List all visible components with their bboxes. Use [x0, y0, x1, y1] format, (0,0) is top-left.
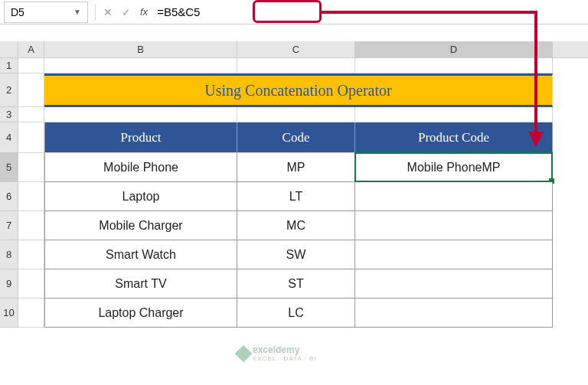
- cell-code[interactable]: LT: [237, 182, 355, 211]
- cell[interactable]: [18, 182, 44, 211]
- confirm-icon[interactable]: ✓: [117, 3, 136, 21]
- name-box[interactable]: D5 ▼: [4, 2, 88, 23]
- cell-code[interactable]: MP: [237, 153, 355, 182]
- cell[interactable]: [18, 211, 44, 240]
- fx-icon[interactable]: fx: [140, 6, 148, 18]
- sheet-title: Using Concatenation Operator: [204, 82, 391, 100]
- cell[interactable]: [18, 153, 44, 182]
- cell-result[interactable]: [355, 240, 553, 269]
- cell[interactable]: [18, 299, 44, 328]
- formula-input[interactable]: =B5&C5: [152, 2, 588, 23]
- col-header-a[interactable]: A: [18, 41, 44, 57]
- cell[interactable]: [355, 58, 553, 73]
- watermark: exceldemy EXCEL · DATA · BI: [237, 344, 317, 362]
- row-header-10[interactable]: 10: [0, 299, 18, 328]
- name-box-value: D5: [11, 6, 24, 18]
- select-all-corner[interactable]: [0, 41, 18, 57]
- row-header-3[interactable]: 3: [0, 107, 18, 122]
- row-header-9[interactable]: 9: [0, 269, 18, 299]
- cell-product[interactable]: Mobile Phone: [44, 153, 237, 182]
- row-header-2[interactable]: 2: [0, 73, 18, 107]
- chevron-down-icon[interactable]: ▼: [74, 8, 81, 16]
- cell[interactable]: [237, 58, 355, 73]
- row-header-1[interactable]: 1: [0, 58, 18, 73]
- cell-code[interactable]: LC: [237, 299, 355, 328]
- row-header-6[interactable]: 6: [0, 182, 18, 211]
- cell-code[interactable]: ST: [237, 269, 355, 299]
- watermark-icon: [235, 344, 253, 362]
- cell-product[interactable]: Smart Watch: [44, 240, 237, 269]
- cell-product[interactable]: Smart TV: [44, 269, 237, 299]
- cell-result[interactable]: [355, 299, 553, 328]
- cell-code[interactable]: MC: [237, 211, 355, 240]
- separator: [95, 5, 96, 20]
- cell[interactable]: [44, 58, 237, 73]
- col-header-d[interactable]: D: [355, 41, 553, 57]
- row-header-4[interactable]: 4: [0, 122, 18, 153]
- header-product[interactable]: Product: [44, 122, 237, 153]
- cell[interactable]: [18, 73, 44, 107]
- cell[interactable]: [18, 240, 44, 269]
- title-cell[interactable]: Using Concatenation Operator: [44, 73, 553, 107]
- cell-product[interactable]: Laptop: [44, 182, 237, 211]
- cell-result[interactable]: [355, 269, 553, 299]
- cell-result[interactable]: [355, 182, 553, 211]
- cell[interactable]: [18, 269, 44, 299]
- cell-result[interactable]: [355, 211, 553, 240]
- cell[interactable]: [18, 122, 44, 153]
- watermark-tag: EXCEL · DATA · BI: [253, 355, 317, 362]
- cell-product[interactable]: Mobile Charger: [44, 211, 237, 240]
- column-headers: A B C D: [0, 41, 588, 58]
- cell-product[interactable]: Laptop Charger: [44, 299, 237, 328]
- header-product-code[interactable]: Product Code: [355, 122, 553, 153]
- cell[interactable]: [355, 107, 553, 122]
- grid-rows: 1 2 Using Concatenation Operator 3 4 Pr: [0, 58, 588, 328]
- cell[interactable]: [18, 58, 44, 73]
- cell[interactable]: [237, 107, 355, 122]
- cell-result[interactable]: Mobile PhoneMP: [355, 153, 553, 182]
- row-header-8[interactable]: 8: [0, 240, 18, 269]
- cancel-icon[interactable]: ✕: [99, 3, 117, 21]
- cell-code[interactable]: SW: [237, 240, 355, 269]
- formula-text: =B5&C5: [157, 5, 200, 18]
- col-header-b[interactable]: B: [44, 41, 237, 57]
- cell[interactable]: [18, 107, 44, 122]
- formula-bar: D5 ▼ ✕ ✓ fx =B5&C5: [0, 0, 588, 24]
- row-header-5[interactable]: 5: [0, 153, 18, 182]
- col-header-c[interactable]: C: [237, 41, 355, 57]
- spreadsheet: A B C D 1 2 Using Concatenation Operator…: [0, 41, 588, 328]
- row-header-7[interactable]: 7: [0, 211, 18, 240]
- cell[interactable]: [44, 107, 237, 122]
- header-code[interactable]: Code: [237, 122, 355, 153]
- watermark-name: exceldemy: [253, 344, 317, 355]
